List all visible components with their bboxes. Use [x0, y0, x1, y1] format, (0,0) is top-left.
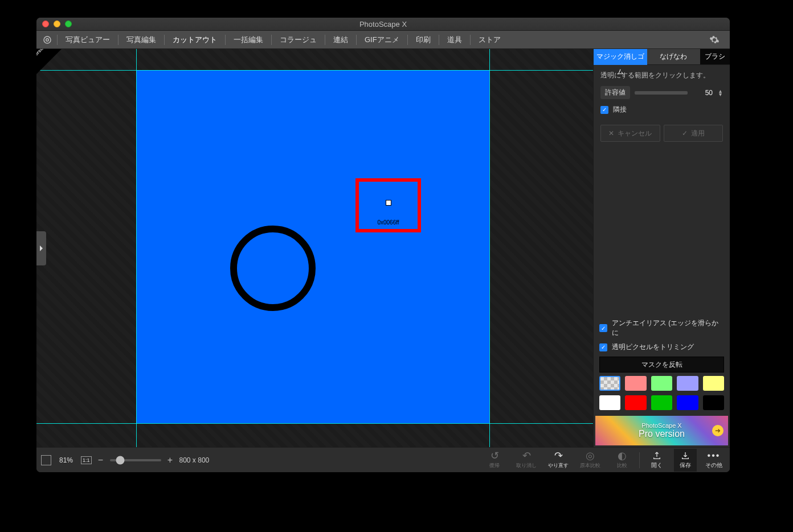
antialias-checkbox[interactable]: ✓	[599, 324, 607, 332]
tab-print[interactable]: 印刷	[408, 31, 439, 49]
tab-gif[interactable]: GIFアニメ	[357, 31, 407, 49]
tab-collage[interactable]: コラージュ	[272, 31, 325, 49]
tool-tab-brush[interactable]: ブラシ	[700, 49, 730, 65]
pro-version-promo[interactable]: PhotoScape X Pro version ➜	[595, 416, 728, 445]
tolerance-row: 許容値 50 ▴▾	[600, 86, 723, 99]
promo-brand: PhotoScape X	[641, 422, 681, 429]
swatch-color[interactable]	[625, 395, 646, 410]
cancel-button[interactable]: ✕ キャンセル	[600, 125, 660, 142]
tool-tabs: マジック消しゴム なげなわ ブラシ	[594, 49, 730, 65]
fit-icon[interactable]	[41, 455, 51, 465]
image-circle-shape	[230, 226, 316, 311]
svg-point-1	[46, 38, 49, 41]
pro-badge-label: PRO Version	[36, 49, 47, 67]
contiguous-row[interactable]: ✓ 隣接	[600, 105, 723, 114]
tool-hint: 透明にする範囲をクリックします。	[600, 71, 723, 80]
swatch-color[interactable]	[703, 376, 724, 391]
canvas-image[interactable]	[136, 70, 489, 423]
tolerance-value[interactable]: 50	[692, 89, 713, 97]
zoom-out-button[interactable]: −	[97, 455, 104, 465]
tolerance-label: 許容値	[600, 86, 630, 99]
trim-label: 透明ピクセルをトリミング	[612, 342, 694, 352]
tool-tab-magic-eraser[interactable]: マジック消しゴム	[594, 49, 647, 65]
tab-viewer[interactable]: 写真ビュアー	[58, 31, 118, 49]
swatch-transparent[interactable]	[599, 376, 620, 391]
antialias-label: アンチエイリアス (エッジを滑らかに	[612, 318, 724, 338]
apply-button[interactable]: ✓ 適用	[664, 125, 723, 142]
swatch-color[interactable]	[651, 376, 672, 391]
image-dimensions: 800 x 800	[179, 456, 210, 464]
invert-mask-button[interactable]: マスクを反転	[599, 357, 724, 373]
tool-tab-lasso[interactable]: なげなわ	[647, 49, 701, 65]
undo-label: 取り消し	[515, 462, 538, 469]
swatch-color[interactable]	[599, 395, 620, 410]
history-group: ↺ 復帰 ↶ 取り消し ↷ やり直す ◎ 原本比較 ◐ 比較	[483, 451, 633, 469]
app-window: PhotoScape X 写真ビュアー 写真編集 カットアウト 一括編集 コラー…	[36, 18, 730, 472]
promo-text: Pro version	[639, 429, 685, 439]
swatch-color[interactable]	[677, 395, 698, 410]
compare-original[interactable]: ◎ 原本比較	[579, 451, 602, 469]
trim-row[interactable]: ✓ 透明ピクセルをトリミング	[599, 342, 724, 352]
pro-badge[interactable]: PRO Version	[36, 49, 62, 74]
titlebar: PhotoScape X	[36, 18, 730, 31]
revert-label: 復帰	[483, 462, 506, 469]
main-tabs: 写真ビュアー 写真編集 カットアウト 一括編集 コラージュ 連結 GIFアニメ …	[36, 31, 730, 49]
tab-batch[interactable]: 一括編集	[226, 31, 271, 49]
open-button[interactable]: 開く	[645, 451, 668, 469]
tool-panel: 透明にする範囲をクリックします。 許容値 50 ▴▾ ✓ 隣接 ✕ キャンセル	[594, 65, 730, 148]
swatch-color[interactable]	[677, 376, 698, 391]
save-icon	[674, 451, 697, 460]
apply-label: 適用	[691, 129, 705, 138]
main-area: 0x0066ff PRO Version マジック消しゴム なげなわ ブラシ 透…	[36, 49, 730, 447]
background-swatches	[594, 373, 730, 415]
tab-tools[interactable]: 道具	[439, 31, 470, 49]
tolerance-stepper[interactable]: ▴▾	[717, 89, 723, 96]
tab-cutout[interactable]: カットアウト	[165, 31, 225, 49]
settings-gear-icon[interactable]	[709, 35, 726, 45]
bottom-options: ✓ アンチエイリアス (エッジを滑らかに ✓ 透明ピクセルをトリミング マスクを…	[594, 315, 730, 373]
open-label: 開く	[645, 461, 668, 469]
original-icon: ◎	[579, 451, 602, 461]
footer-bar: 81% 1:1 − + 800 x 800 ↺ 復帰 ↶ 取り消し ↷ やり直す…	[36, 447, 730, 472]
separator	[639, 452, 640, 468]
cancel-label: キャンセル	[618, 129, 652, 138]
right-panel: マジック消しゴム なげなわ ブラシ 透明にする範囲をクリックします。 許容値 5…	[593, 49, 730, 447]
tolerance-slider[interactable]	[635, 91, 688, 95]
action-row: ✕ キャンセル ✓ 適用	[600, 125, 723, 142]
tab-editor[interactable]: 写真編集	[118, 31, 164, 49]
zoom-in-button[interactable]: +	[167, 455, 174, 465]
swatch-color[interactable]	[651, 395, 672, 410]
redo-button[interactable]: ↷ やり直す	[547, 451, 570, 469]
open-icon	[645, 451, 668, 460]
compare-icon: ◐	[611, 451, 633, 461]
save-button[interactable]: 保存	[674, 449, 697, 472]
contiguous-label: 隣接	[613, 105, 627, 114]
swatch-color[interactable]	[625, 376, 646, 391]
canvas-area[interactable]: 0x0066ff PRO Version	[36, 49, 593, 447]
save-label: 保存	[674, 461, 697, 469]
revert-button[interactable]: ↺ 復帰	[483, 451, 506, 469]
undo-button[interactable]: ↶ 取り消し	[515, 451, 538, 469]
swatch-color[interactable]	[703, 395, 724, 410]
panel-expand-handle[interactable]	[36, 231, 46, 265]
contiguous-checkbox[interactable]: ✓	[600, 106, 608, 114]
trim-checkbox[interactable]: ✓	[599, 343, 607, 351]
window-title: PhotoScape X	[36, 20, 730, 28]
more-button[interactable]: ••• その他	[702, 451, 725, 469]
compare-button[interactable]: ◐ 比較	[611, 451, 633, 469]
close-icon: ✕	[608, 129, 614, 137]
svg-point-0	[44, 36, 51, 43]
redo-icon: ↷	[547, 451, 570, 461]
tab-combine[interactable]: 連結	[325, 31, 356, 49]
one-to-one-button[interactable]: 1:1	[81, 456, 92, 464]
undo-icon: ↶	[515, 451, 538, 461]
zoom-slider[interactable]	[110, 459, 161, 461]
home-icon[interactable]	[41, 34, 54, 46]
original-label: 原本比較	[579, 462, 602, 469]
revert-icon: ↺	[483, 451, 506, 461]
antialias-row[interactable]: ✓ アンチエイリアス (エッジを滑らかに	[599, 318, 724, 338]
zoom-percent[interactable]: 81%	[57, 456, 75, 464]
more-label: その他	[702, 461, 725, 469]
check-icon: ✓	[682, 129, 688, 137]
tab-store[interactable]: ストア	[471, 31, 509, 49]
